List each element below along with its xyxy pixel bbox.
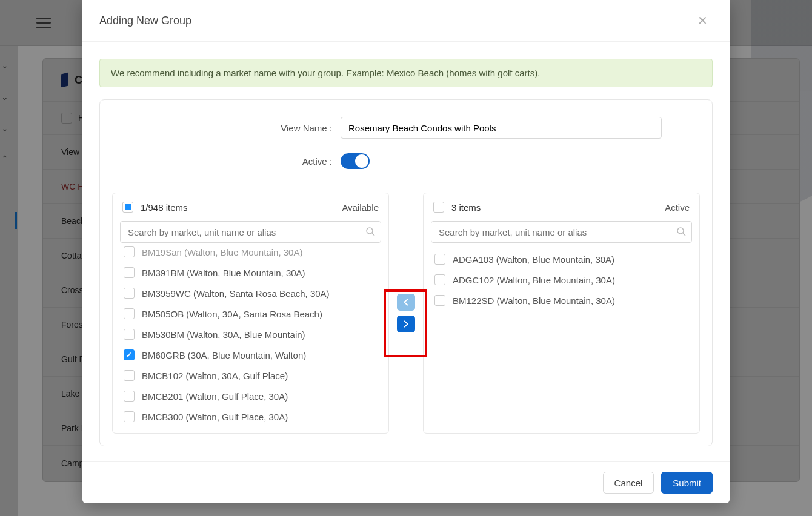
modal-body: We recommend including a market name wit… bbox=[82, 42, 730, 461]
item-label: ADGC102 (Walton, Blue Mountain, 30A) bbox=[453, 275, 615, 285]
active-toggle[interactable] bbox=[341, 153, 370, 169]
modal-title: Adding New Group bbox=[99, 15, 191, 27]
active-select-all-checkbox[interactable] bbox=[433, 202, 444, 213]
svg-point-2 bbox=[677, 228, 684, 234]
item-checkbox[interactable] bbox=[124, 411, 135, 422]
item-label: BMCB201 (Walton, Gulf Place, 30A) bbox=[142, 391, 288, 402]
item-checkbox[interactable] bbox=[124, 288, 135, 299]
available-status-label: Available bbox=[342, 202, 379, 213]
item-label: BM530BM (Walton, 30A, Blue Mountain) bbox=[142, 329, 305, 340]
item-label: BM505OB (Walton, 30A, Santa Rosa Beach) bbox=[142, 309, 322, 319]
divider bbox=[110, 179, 702, 179]
svg-point-0 bbox=[367, 228, 373, 234]
item-checkbox[interactable] bbox=[434, 295, 445, 306]
modal-footer: Cancel Submit bbox=[82, 461, 730, 503]
list-item[interactable]: BM60GRB (30A, Blue Mountain, Walton) bbox=[120, 345, 386, 365]
svg-line-1 bbox=[372, 233, 374, 236]
modal-header: Adding New Group ✕ bbox=[82, 0, 730, 42]
move-right-button[interactable] bbox=[397, 316, 415, 332]
view-name-row: View Name bbox=[112, 117, 700, 139]
group-form-card: View Name Active 1/948 items Available bbox=[99, 99, 713, 446]
list-item[interactable]: BMCB102 (Walton, 30A, Gulf Place) bbox=[120, 365, 386, 386]
item-label: BM391BM (Walton, Blue Mountain, 30A) bbox=[142, 268, 305, 278]
active-panel-header: 3 items Active bbox=[424, 193, 699, 221]
active-count: 3 items bbox=[451, 202, 481, 213]
list-item[interactable]: BM122SD (Walton, Blue Mountain, 30A) bbox=[431, 290, 697, 311]
close-icon[interactable]: ✕ bbox=[693, 11, 713, 30]
active-item-list[interactable]: ADGA103 (Walton, Blue Mountain, 30A)ADGC… bbox=[424, 246, 699, 433]
available-panel-header: 1/948 items Available bbox=[113, 193, 388, 221]
list-item[interactable]: BMCB201 (Walton, Gulf Place, 30A) bbox=[120, 386, 386, 406]
available-panel: 1/948 items Available BM19San (Walton, B… bbox=[112, 193, 389, 434]
active-search-input[interactable] bbox=[431, 221, 692, 243]
item-label: BMCB102 (Walton, 30A, Gulf Place) bbox=[142, 371, 288, 381]
available-count: 1/948 items bbox=[141, 202, 188, 213]
chevron-left-icon bbox=[404, 299, 408, 306]
available-item-list[interactable]: BM19San (Walton, Blue Mountain, 30A)BM39… bbox=[113, 246, 388, 433]
svg-line-3 bbox=[683, 233, 685, 236]
list-item[interactable]: ADGA103 (Walton, Blue Mountain, 30A) bbox=[431, 249, 697, 270]
item-label: BM3959WC (Walton, Santa Rosa Beach, 30A) bbox=[142, 288, 330, 299]
active-panel: 3 items Active ADGA103 (Walton, Blue Mou… bbox=[423, 193, 700, 434]
transfer-control: 1/948 items Available BM19San (Walton, B… bbox=[112, 193, 700, 434]
view-name-label: View Name bbox=[150, 123, 332, 133]
item-checkbox[interactable] bbox=[124, 370, 135, 381]
item-label: BM122SD (Walton, Blue Mountain, 30A) bbox=[453, 296, 615, 306]
chevron-right-icon bbox=[404, 320, 408, 328]
item-checkbox[interactable] bbox=[124, 308, 135, 319]
move-left-button[interactable] bbox=[397, 294, 415, 311]
item-checkbox[interactable] bbox=[124, 267, 135, 278]
item-checkbox[interactable] bbox=[434, 254, 445, 265]
list-item[interactable]: BM505OB (Walton, 30A, Santa Rosa Beach) bbox=[120, 303, 386, 324]
add-group-modal: Adding New Group ✕ We recommend includin… bbox=[82, 0, 730, 503]
list-item[interactable]: ADGC102 (Walton, Blue Mountain, 30A) bbox=[431, 270, 697, 290]
item-label: BM19San (Walton, Blue Mountain, 30A) bbox=[142, 247, 302, 257]
item-label: ADGA103 (Walton, Blue Mountain, 30A) bbox=[453, 254, 614, 265]
available-select-all-checkbox[interactable] bbox=[122, 202, 133, 213]
item-checkbox[interactable] bbox=[124, 349, 135, 360]
active-status-label: Active bbox=[665, 202, 690, 213]
list-item[interactable]: BM530BM (Walton, 30A, Blue Mountain) bbox=[120, 324, 386, 345]
view-name-input[interactable] bbox=[341, 117, 662, 139]
item-checkbox[interactable] bbox=[124, 329, 135, 340]
available-search-wrap bbox=[113, 221, 388, 246]
search-icon bbox=[365, 227, 375, 238]
active-search-wrap bbox=[424, 221, 699, 246]
list-item[interactable]: BM3959WC (Walton, Santa Rosa Beach, 30A) bbox=[120, 283, 386, 303]
list-item[interactable]: BMCB300 (Walton, Gulf Place, 30A) bbox=[120, 406, 386, 427]
info-message: We recommend including a market name wit… bbox=[99, 59, 713, 87]
item-label: BM60GRB (30A, Blue Mountain, Walton) bbox=[142, 350, 306, 360]
list-item[interactable]: BM19San (Walton, Blue Mountain, 30A) bbox=[120, 246, 386, 262]
transfer-buttons bbox=[389, 193, 423, 434]
active-label: Active bbox=[150, 156, 332, 167]
search-icon bbox=[676, 227, 686, 238]
item-checkbox[interactable] bbox=[124, 246, 135, 257]
active-row: Active bbox=[112, 153, 700, 169]
item-label: BMCB300 (Walton, Gulf Place, 30A) bbox=[142, 412, 288, 422]
available-search-input[interactable] bbox=[120, 221, 381, 243]
list-item[interactable]: BM391BM (Walton, Blue Mountain, 30A) bbox=[120, 262, 386, 283]
item-checkbox[interactable] bbox=[124, 391, 135, 402]
cancel-button[interactable]: Cancel bbox=[603, 472, 654, 494]
item-checkbox[interactable] bbox=[434, 274, 445, 285]
submit-button[interactable]: Submit bbox=[661, 472, 713, 494]
